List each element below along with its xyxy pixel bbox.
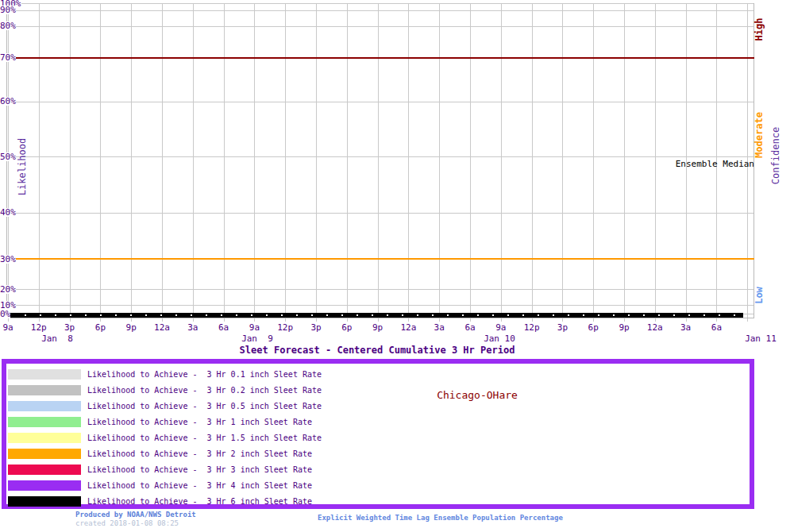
y-axis-label: Likelihood: [17, 138, 28, 195]
legend-color-swatch: [8, 465, 81, 475]
x-tick-label: 6p: [341, 323, 352, 332]
footer-created-timestamp: created 2018-01-08 08:25: [75, 519, 179, 527]
x-gridline: [100, 3, 101, 322]
x-gridline: [193, 3, 194, 322]
x-gridline: [378, 3, 379, 322]
x-gridline: [162, 3, 163, 322]
x-tick-label: 3p: [310, 323, 321, 332]
legend-label: Likelihood to Achieve - 3 Hr 1 inch Slee…: [87, 418, 312, 426]
y-gridline: [6, 10, 754, 11]
legend-color-swatch: [8, 385, 81, 395]
legend-label: Likelihood to Achieve - 3 Hr 6 inch Slee…: [87, 497, 312, 506]
x-gridline: [655, 3, 656, 322]
y-tick-label: 20%: [0, 285, 16, 294]
y-gridline: [6, 156, 754, 157]
y-tick-label: 10%: [0, 301, 16, 310]
zero-percent-data-band: [6, 313, 743, 318]
x-tick-label: 6p: [588, 323, 599, 332]
legend-row: Likelihood to Achieve - 3 Hr 1 inch Slee…: [8, 414, 750, 430]
station-name: Chicago-OHare: [437, 389, 518, 401]
y-gridline: [6, 289, 754, 290]
x-date-label: Jan 9: [241, 334, 273, 343]
x-gridline: [131, 3, 132, 322]
legend-row: Likelihood to Achieve - 3 Hr 0.1 inch Sl…: [8, 366, 750, 382]
x-tick-label: 9p: [372, 323, 383, 332]
x-gridline: [224, 3, 225, 322]
legend-label: Likelihood to Achieve - 3 Hr 3 inch Slee…: [87, 465, 312, 474]
x-tick-label: 9p: [619, 323, 629, 332]
legend-row: Likelihood to Achieve - 3 Hr 0.5 inch Sl…: [8, 398, 750, 414]
y-gridline: [6, 102, 754, 102]
x-gridline: [593, 3, 594, 322]
x-gridline: [501, 3, 502, 322]
x-tick-label: 9a: [249, 323, 260, 332]
x-tick-label: 3a: [187, 323, 198, 332]
x-tick-label: 3a: [680, 323, 691, 332]
legend-label: Likelihood to Achieve - 3 Hr 2 inch Slee…: [87, 449, 312, 458]
x-axis-baseline: [6, 318, 754, 318]
data-point-markers: [11, 314, 743, 316]
legend-rows: Likelihood to Achieve - 3 Hr 0.1 inch Sl…: [6, 366, 750, 509]
x-gridline: [8, 3, 9, 322]
x-gridline: [470, 3, 471, 322]
y-gridline: [6, 213, 754, 214]
x-gridline: [532, 3, 533, 322]
x-tick-label: 6a: [711, 323, 722, 332]
x-gridline: [39, 3, 40, 322]
confidence-reference-line: [6, 57, 754, 59]
y-gridline: [6, 3, 754, 4]
x-tick-label: 12p: [31, 323, 47, 332]
x-gridline: [439, 3, 440, 322]
confidence-zone-high-label: High: [754, 18, 765, 41]
forecast-chart: Likelihood High Moderate Low Confidence …: [0, 0, 794, 357]
chart-title: Sleet Forecast - Centered Cumulative 3 H…: [0, 345, 754, 356]
x-gridline: [624, 3, 625, 322]
legend-color-swatch: [8, 417, 81, 427]
legend-label: Likelihood to Achieve - 3 Hr 0.2 inch Sl…: [87, 386, 322, 395]
x-date-label: Jan 10: [484, 334, 515, 343]
footer-method-description: Explicit Weighted Time Lag Ensemble Popu…: [318, 514, 563, 522]
x-tick-label: 6p: [95, 323, 106, 332]
legend-color-swatch: [8, 480, 81, 491]
x-tick-label: 12p: [524, 323, 540, 332]
legend-color-swatch: [8, 401, 81, 411]
y-gridline: [6, 26, 754, 27]
y-tick-label: 90%: [0, 6, 16, 14]
x-tick-label: 3p: [557, 323, 568, 332]
x-tick-label: 12a: [647, 323, 663, 332]
legend-row: Likelihood to Achieve - 3 Hr 2 inch Slee…: [8, 445, 750, 461]
legend-box: Likelihood to Achieve - 3 Hr 0.1 inch Sl…: [2, 359, 754, 509]
y-gridline: [6, 305, 754, 306]
x-tick-label: 12a: [400, 323, 416, 332]
y-tick-label: 60%: [0, 97, 16, 106]
x-gridline: [254, 3, 255, 322]
x-gridline: [562, 3, 563, 322]
x-gridline: [285, 3, 286, 322]
legend-label: Likelihood to Achieve - 3 Hr 0.5 inch Sl…: [87, 402, 322, 411]
x-date-label: Jan 8: [41, 334, 73, 343]
legend-row: Likelihood to Achieve - 3 Hr 3 inch Slee…: [8, 461, 750, 477]
y-tick-label: 0%: [0, 310, 10, 318]
legend-color-swatch: [8, 369, 81, 380]
y-tick-label: 50%: [0, 152, 16, 161]
legend-color-swatch: [8, 449, 81, 459]
right-axis-label: Confidence: [770, 127, 781, 184]
legend-row: Likelihood to Achieve - 3 Hr 6 inch Slee…: [8, 493, 750, 509]
x-tick-label: 9a: [2, 323, 13, 332]
x-gridline: [70, 3, 71, 322]
legend-row: Likelihood to Achieve - 3 Hr 4 inch Slee…: [8, 477, 750, 493]
x-tick-label: 3a: [434, 323, 445, 332]
legend-label: Likelihood to Achieve - 3 Hr 4 inch Slee…: [87, 481, 312, 490]
legend-color-swatch: [8, 496, 81, 507]
x-gridline: [347, 3, 348, 322]
legend-label: Likelihood to Achieve - 3 Hr 0.1 inch Sl…: [87, 370, 322, 379]
x-tick-label: 9p: [126, 323, 137, 332]
x-tick-label: 6a: [464, 323, 475, 332]
confidence-reference-line: [6, 258, 754, 260]
ensemble-median-annotation: Ensemble Median: [676, 160, 754, 169]
legend-label: Likelihood to Achieve - 3 Hr 1.5 inch Sl…: [87, 434, 322, 442]
x-tick-label: 6a: [218, 323, 229, 332]
legend-row: Likelihood to Achieve - 3 Hr 0.2 inch Sl…: [8, 382, 750, 398]
x-gridline: [408, 3, 409, 322]
y-tick-label: 40%: [0, 208, 16, 217]
